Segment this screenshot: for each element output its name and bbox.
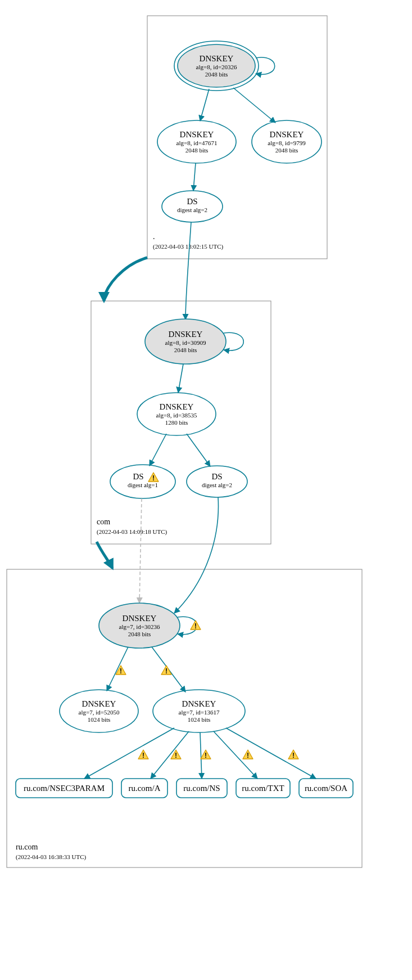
node-rr-a: ru.com/A [121, 779, 167, 798]
zone-ts-ru: (2022-04-03 16:38:33 UTC) [16, 853, 87, 861]
node-line3: 2048 bits [205, 71, 228, 78]
node-title: DS [187, 197, 197, 206]
edge-zsk2-soa [226, 728, 316, 779]
zone-label-ru: ru.com [16, 843, 38, 851]
node-line3: 2048 bits [185, 147, 209, 154]
node-line2: alg=8, id=47671 [176, 140, 218, 146]
node-root-ds: DS digest alg=2 [162, 191, 223, 222]
edge-ruksk-zsk1 [107, 647, 128, 691]
edge-zsk2-ns [200, 732, 202, 779]
node-line2: alg=8, id=30909 [165, 339, 206, 346]
delegation-root-to-com [104, 258, 147, 301]
node-title: ru.com/SOA [305, 784, 347, 793]
node-line3: 2048 bits [275, 147, 298, 154]
node-title: DNSKEY [182, 699, 216, 708]
node-rr-txt: ru.com/TXT [236, 779, 290, 798]
node-title: DS [133, 472, 143, 481]
edge-com-ksk-self [224, 332, 243, 350]
edge-ds2-ruksk [174, 497, 218, 613]
node-line2: alg=7, id=13617 [179, 709, 220, 716]
node-title: DNSKEY [160, 402, 194, 411]
node-ru-zsk1: DNSKEY alg=7, id=52050 1024 bits [60, 690, 138, 732]
delegation-com-to-ru [97, 542, 112, 568]
node-line3: 2048 bits [128, 631, 151, 637]
node-line2: alg=7, id=52050 [79, 709, 120, 716]
node-line2: alg=7, id=30236 [119, 623, 160, 630]
node-ru-ksk: DNSKEY alg=7, id=30236 2048 bits [99, 603, 180, 648]
dnssec-graph: ! . (2022-04-03 13:02:15 UTC) com (2022-… [0, 0, 412, 980]
zone-label-root: . [153, 232, 155, 241]
node-root-zsk: DNSKEY alg=8, id=47671 2048 bits [157, 120, 236, 163]
node-title: DNSKEY [180, 130, 214, 139]
edge-zsk2-nsec3 [84, 728, 174, 779]
edge-ds1-ruksk [139, 498, 142, 603]
node-title: DNSKEY [82, 699, 116, 708]
node-line2: digest alg=2 [177, 206, 207, 213]
node-title: ru.com/TXT [242, 784, 284, 793]
warning-icon [288, 750, 298, 759]
node-line3: 2048 bits [174, 347, 197, 353]
warning-icon [243, 750, 253, 759]
edge-rootksk-rootk3 [233, 88, 275, 123]
node-com-ds1: DS digest alg=1 [110, 465, 175, 498]
zone-ts-root: (2022-04-03 13:02:15 UTC) [153, 243, 224, 250]
edge-rootksk-rootzsk [200, 89, 209, 121]
edge-rootds-comksk [185, 222, 191, 320]
warning-icon [191, 621, 201, 630]
node-root-ksk: DNSKEY alg=8, id=20326 2048 bits [174, 41, 259, 91]
node-title: DNSKEY [169, 330, 203, 339]
node-line2: alg=8, id=20326 [196, 64, 237, 70]
node-title: ru.com/A [128, 784, 160, 793]
node-line2: digest alg=2 [202, 482, 232, 488]
warning-icon [161, 666, 171, 675]
node-line3: 1280 bits [165, 419, 188, 426]
node-com-ksk: DNSKEY alg=8, id=30909 2048 bits [145, 319, 226, 364]
node-title: ru.com/NS [183, 784, 220, 793]
node-root-k3: DNSKEY alg=8, id=9799 2048 bits [252, 120, 322, 163]
node-rr-soa: ru.com/SOA [299, 779, 353, 798]
node-line2: digest alg=1 [128, 482, 158, 488]
node-title: DNSKEY [123, 614, 157, 623]
node-ru-zsk2: DNSKEY alg=7, id=13617 1024 bits [153, 690, 245, 732]
node-title: DNSKEY [270, 130, 304, 139]
warning-icon [201, 750, 211, 759]
zone-label-com: com [97, 518, 110, 526]
node-rr-nsec3param: ru.com/NSEC3PARAM [16, 779, 112, 798]
edge-comzsk-ds2 [187, 434, 210, 466]
zone-ts-com: (2022-04-03 14:09:18 UTC) [97, 528, 167, 536]
warning-icon [116, 666, 126, 675]
edge-comksk-comzsk [178, 364, 183, 393]
node-title: DS [211, 472, 222, 481]
node-com-zsk: DNSKEY alg=8, id=38535 1280 bits [137, 393, 216, 435]
node-line3: 1024 bits [88, 716, 111, 723]
node-line2: alg=8, id=9799 [268, 140, 306, 146]
edge-comzsk-ds1 [150, 434, 166, 466]
edge-rootzsk-rootds [193, 163, 196, 191]
node-line3: 1024 bits [188, 716, 211, 723]
node-com-ds2: DS digest alg=2 [187, 466, 247, 497]
node-title: ru.com/NSEC3PARAM [24, 784, 105, 793]
node-rr-ns: ru.com/NS [176, 779, 227, 798]
node-line2: alg=8, id=38535 [156, 412, 197, 419]
warning-icon [138, 750, 148, 759]
node-title: DNSKEY [200, 54, 234, 63]
